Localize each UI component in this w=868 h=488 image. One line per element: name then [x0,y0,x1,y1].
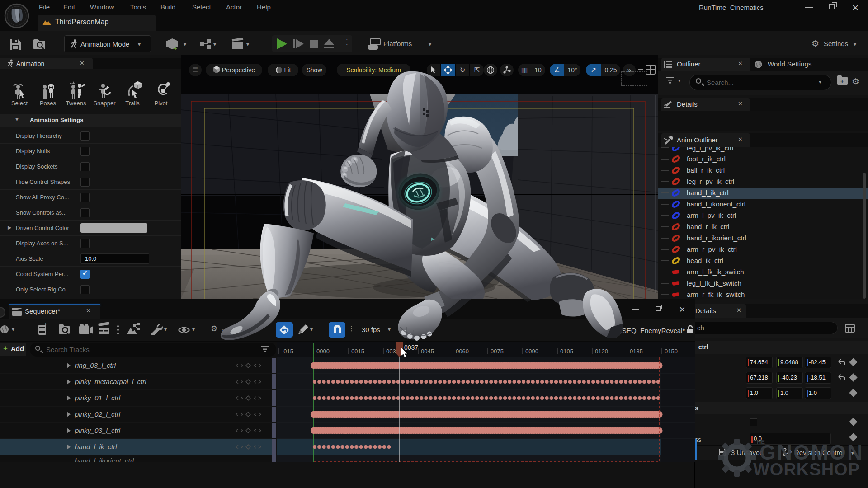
svg-text:0090: 0090 [525,348,538,355]
svg-text:0135: 0135 [630,348,643,355]
svg-text:-015: -015 [282,348,293,355]
svg-text:hand_l_ikorient_ctrl: hand_l_ikorient_ctrl [687,200,745,208]
svg-text:ring_03_l_ctrl: ring_03_l_ctrl [75,361,116,369]
svg-text:hand_l_ik_ctrl: hand_l_ik_ctrl [687,189,729,197]
svg-text:arm_l_pv_ik_ctrl: arm_l_pv_ik_ctrl [687,211,736,219]
svg-text:arm_l_fk_ik_switch: arm_l_fk_ik_switch [687,268,744,276]
svg-text:0015: 0015 [351,348,364,355]
svg-text:0105: 0105 [560,348,573,355]
svg-text:*: * [44,322,47,329]
svg-text:arm_r_fk_ik_switch: arm_r_fk_ik_switch [687,291,745,298]
svg-text:0075: 0075 [491,348,504,355]
svg-text:0150: 0150 [665,348,678,355]
svg-text:Tweens: Tweens [66,100,86,107]
svg-text:foot_r_ik_ctrl: foot_r_ik_ctrl [687,155,726,163]
svg-text:head_ik_ctrl: head_ik_ctrl [687,257,723,264]
svg-text:leg_l_fk_ik_switch: leg_l_fk_ik_switch [687,279,741,287]
svg-text:0120: 0120 [595,348,608,355]
svg-text:pinky_02_l_ctrl: pinky_02_l_ctrl [75,410,121,418]
svg-text:Select: Select [11,100,28,107]
svg-text:*: * [725,450,727,457]
svg-text:leg_r_pv_ik_ctrl: leg_r_pv_ik_ctrl [687,178,734,185]
svg-text:Trails: Trails [125,100,140,107]
svg-text:pinky_01_l_ctrl: pinky_01_l_ctrl [75,394,121,402]
svg-text:ball_r_ik_ctrl: ball_r_ik_ctrl [687,166,725,174]
svg-text:0045: 0045 [421,348,434,355]
svg-text:hand_r_ik_ctrl: hand_r_ik_ctrl [687,223,729,230]
svg-text:Poses: Poses [40,100,57,107]
svg-text:0000: 0000 [316,348,330,355]
svg-text:Pivot: Pivot [155,100,168,107]
svg-text:pinky_metacarpal_l_ctrl: pinky_metacarpal_l_ctrl [75,378,146,385]
svg-text:leg_l_pv_ik_ctrl: leg_l_pv_ik_ctrl [687,147,733,152]
svg-text:0060: 0060 [456,348,469,355]
svg-text:hand_r_ikorient_ctrl: hand_r_ikorient_ctrl [687,234,746,242]
svg-text:pinky_03_l_ctrl: pinky_03_l_ctrl [75,427,121,434]
svg-text:Snapper: Snapper [93,100,116,107]
svg-text:hand_l_ik_ctrl: hand_l_ik_ctrl [75,443,117,450]
svg-text:arm_r_pv_ik_ctrl: arm_r_pv_ik_ctrl [687,245,737,253]
